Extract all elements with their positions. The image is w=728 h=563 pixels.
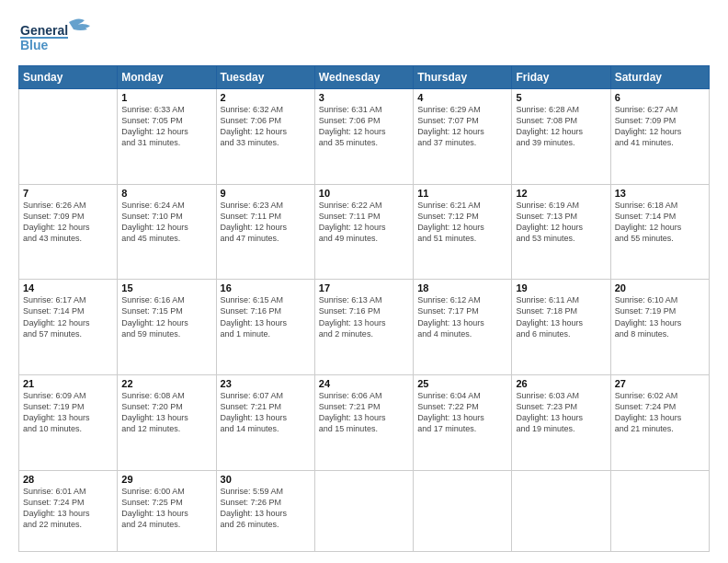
- calendar-day-cell: 17Sunrise: 6:13 AMSunset: 7:16 PMDayligh…: [314, 280, 413, 375]
- day-info: Sunrise: 6:28 AMSunset: 7:08 PMDaylight:…: [516, 104, 606, 149]
- day-number: 2: [221, 92, 311, 103]
- calendar-day-cell: 13Sunrise: 6:18 AMSunset: 7:14 PMDayligh…: [610, 184, 709, 280]
- calendar-day-cell: 4Sunrise: 6:29 AMSunset: 7:07 PMDaylight…: [414, 89, 512, 185]
- day-info: Sunrise: 6:06 AMSunset: 7:21 PMDaylight:…: [319, 390, 409, 435]
- day-number: 6: [615, 92, 705, 103]
- day-info: Sunrise: 6:13 AMSunset: 7:16 PMDaylight:…: [319, 294, 409, 339]
- day-number: 12: [516, 188, 606, 199]
- day-info: Sunrise: 6:17 AMSunset: 7:14 PMDaylight:…: [23, 294, 113, 339]
- day-number: 7: [23, 188, 113, 199]
- calendar-day-cell: 10Sunrise: 6:22 AMSunset: 7:11 PMDayligh…: [314, 184, 413, 280]
- day-number: 28: [23, 474, 113, 485]
- day-info: Sunrise: 5:59 AMSunset: 7:26 PMDaylight:…: [221, 486, 311, 531]
- calendar-day-cell: [610, 470, 709, 552]
- day-info: Sunrise: 6:21 AMSunset: 7:12 PMDaylight:…: [417, 200, 507, 245]
- day-number: 30: [221, 474, 311, 485]
- calendar-day-cell: 23Sunrise: 6:07 AMSunset: 7:21 PMDayligh…: [216, 374, 314, 470]
- day-number: 16: [221, 282, 311, 293]
- calendar-day-cell: 27Sunrise: 6:02 AMSunset: 7:24 PMDayligh…: [610, 374, 709, 470]
- calendar-day-cell: 18Sunrise: 6:12 AMSunset: 7:17 PMDayligh…: [414, 280, 512, 375]
- calendar-day-cell: [19, 89, 118, 185]
- calendar-day-header: Saturday: [610, 66, 709, 89]
- page: General Blue SundayMondayTuesdayWednesda…: [0, 0, 728, 563]
- day-number: 23: [221, 378, 311, 389]
- day-number: 10: [319, 188, 409, 199]
- day-info: Sunrise: 6:33 AMSunset: 7:05 PMDaylight:…: [121, 104, 211, 149]
- calendar-day-cell: 19Sunrise: 6:11 AMSunset: 7:18 PMDayligh…: [512, 280, 610, 375]
- svg-text:General: General: [20, 23, 68, 38]
- calendar-day-header: Tuesday: [216, 66, 314, 89]
- calendar-day-header: Thursday: [414, 66, 512, 89]
- calendar-table: SundayMondayTuesdayWednesdayThursdayFrid…: [18, 65, 710, 552]
- day-number: 8: [121, 188, 211, 199]
- day-info: Sunrise: 6:03 AMSunset: 7:23 PMDaylight:…: [516, 390, 606, 435]
- calendar-day-cell: [314, 470, 413, 552]
- day-info: Sunrise: 6:07 AMSunset: 7:21 PMDaylight:…: [221, 390, 311, 435]
- calendar-day-cell: 6Sunrise: 6:27 AMSunset: 7:09 PMDaylight…: [610, 89, 709, 185]
- day-info: Sunrise: 6:29 AMSunset: 7:07 PMDaylight:…: [417, 104, 507, 149]
- calendar-day-cell: 30Sunrise: 5:59 AMSunset: 7:26 PMDayligh…: [216, 470, 314, 552]
- calendar-day-cell: 15Sunrise: 6:16 AMSunset: 7:15 PMDayligh…: [118, 280, 216, 375]
- day-info: Sunrise: 6:01 AMSunset: 7:24 PMDaylight:…: [23, 486, 113, 531]
- calendar-day-cell: 3Sunrise: 6:31 AMSunset: 7:06 PMDaylight…: [314, 89, 413, 185]
- calendar-day-cell: 16Sunrise: 6:15 AMSunset: 7:16 PMDayligh…: [216, 280, 314, 375]
- day-number: 24: [319, 378, 409, 389]
- calendar-week-row: 1Sunrise: 6:33 AMSunset: 7:05 PMDaylight…: [19, 89, 710, 185]
- day-info: Sunrise: 6:32 AMSunset: 7:06 PMDaylight:…: [221, 104, 311, 149]
- day-number: 22: [121, 378, 211, 389]
- day-info: Sunrise: 6:04 AMSunset: 7:22 PMDaylight:…: [417, 390, 507, 435]
- day-info: Sunrise: 6:16 AMSunset: 7:15 PMDaylight:…: [121, 294, 211, 339]
- calendar-day-cell: 9Sunrise: 6:23 AMSunset: 7:11 PMDaylight…: [216, 184, 314, 280]
- day-number: 25: [417, 378, 507, 389]
- calendar-week-row: 7Sunrise: 6:26 AMSunset: 7:09 PMDaylight…: [19, 184, 710, 280]
- header: General Blue: [18, 15, 710, 56]
- day-info: Sunrise: 6:11 AMSunset: 7:18 PMDaylight:…: [516, 294, 606, 339]
- day-info: Sunrise: 6:09 AMSunset: 7:19 PMDaylight:…: [23, 390, 113, 435]
- day-number: 5: [516, 92, 606, 103]
- day-info: Sunrise: 6:10 AMSunset: 7:19 PMDaylight:…: [615, 294, 705, 339]
- calendar-day-header: Wednesday: [314, 66, 413, 89]
- day-number: 18: [417, 282, 507, 293]
- calendar-day-cell: [414, 470, 512, 552]
- calendar-day-cell: 25Sunrise: 6:04 AMSunset: 7:22 PMDayligh…: [414, 374, 512, 470]
- calendar-header-row: SundayMondayTuesdayWednesdayThursdayFrid…: [19, 66, 710, 89]
- calendar-day-cell: 24Sunrise: 6:06 AMSunset: 7:21 PMDayligh…: [314, 374, 413, 470]
- logo: General Blue: [18, 15, 101, 56]
- calendar-day-cell: 20Sunrise: 6:10 AMSunset: 7:19 PMDayligh…: [610, 280, 709, 375]
- day-info: Sunrise: 6:08 AMSunset: 7:20 PMDaylight:…: [121, 390, 211, 435]
- day-number: 3: [319, 92, 409, 103]
- calendar-week-row: 21Sunrise: 6:09 AMSunset: 7:19 PMDayligh…: [19, 374, 710, 470]
- day-info: Sunrise: 6:27 AMSunset: 7:09 PMDaylight:…: [615, 104, 705, 149]
- calendar-week-row: 28Sunrise: 6:01 AMSunset: 7:24 PMDayligh…: [19, 470, 710, 552]
- calendar-day-cell: 2Sunrise: 6:32 AMSunset: 7:06 PMDaylight…: [216, 89, 314, 185]
- day-number: 29: [121, 474, 211, 485]
- calendar-day-cell: 11Sunrise: 6:21 AMSunset: 7:12 PMDayligh…: [414, 184, 512, 280]
- day-info: Sunrise: 6:26 AMSunset: 7:09 PMDaylight:…: [23, 200, 113, 245]
- day-info: Sunrise: 6:18 AMSunset: 7:14 PMDaylight:…: [615, 200, 705, 245]
- day-info: Sunrise: 6:22 AMSunset: 7:11 PMDaylight:…: [319, 200, 409, 245]
- day-number: 1: [121, 92, 211, 103]
- day-number: 27: [615, 378, 705, 389]
- logo-svg: General Blue: [18, 15, 101, 56]
- day-info: Sunrise: 6:24 AMSunset: 7:10 PMDaylight:…: [121, 200, 211, 245]
- calendar-day-header: Monday: [118, 66, 216, 89]
- day-info: Sunrise: 6:31 AMSunset: 7:06 PMDaylight:…: [319, 104, 409, 149]
- svg-text:Blue: Blue: [20, 38, 49, 52]
- day-info: Sunrise: 6:15 AMSunset: 7:16 PMDaylight:…: [221, 294, 311, 339]
- calendar-day-header: Friday: [512, 66, 610, 89]
- calendar-day-cell: 1Sunrise: 6:33 AMSunset: 7:05 PMDaylight…: [118, 89, 216, 185]
- day-number: 26: [516, 378, 606, 389]
- day-info: Sunrise: 6:00 AMSunset: 7:25 PMDaylight:…: [121, 486, 211, 531]
- calendar-day-cell: 28Sunrise: 6:01 AMSunset: 7:24 PMDayligh…: [19, 470, 118, 552]
- calendar-day-cell: 5Sunrise: 6:28 AMSunset: 7:08 PMDaylight…: [512, 89, 610, 185]
- day-number: 15: [121, 282, 211, 293]
- day-number: 19: [516, 282, 606, 293]
- calendar-day-cell: 7Sunrise: 6:26 AMSunset: 7:09 PMDaylight…: [19, 184, 118, 280]
- day-info: Sunrise: 6:19 AMSunset: 7:13 PMDaylight:…: [516, 200, 606, 245]
- calendar-week-row: 14Sunrise: 6:17 AMSunset: 7:14 PMDayligh…: [19, 280, 710, 375]
- calendar-day-cell: 12Sunrise: 6:19 AMSunset: 7:13 PMDayligh…: [512, 184, 610, 280]
- day-number: 11: [417, 188, 507, 199]
- calendar-day-cell: [512, 470, 610, 552]
- day-number: 14: [23, 282, 113, 293]
- calendar-day-cell: 22Sunrise: 6:08 AMSunset: 7:20 PMDayligh…: [118, 374, 216, 470]
